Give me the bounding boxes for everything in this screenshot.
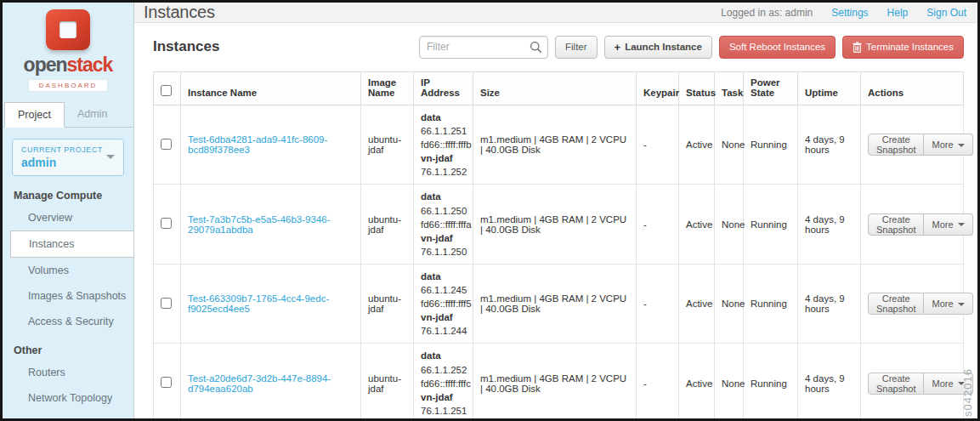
table-row: Test-6dba4281-ada9-41fc-8609-bcd89f378ee…: [154, 105, 964, 185]
launch-instance-label: Launch Instance: [625, 42, 702, 52]
image-name-cell: ubuntu-jdaf: [361, 344, 414, 421]
instance-name-cell: Test-6dba4281-ada9-41fc-8609-bcd89f378ee…: [181, 105, 361, 185]
uptime-cell: 4 days, 9 hours: [798, 185, 861, 264]
sidebar-item-routers[interactable]: Routers: [3, 360, 133, 385]
tab-admin[interactable]: Admin: [65, 102, 120, 127]
sign-out-link[interactable]: Sign Out: [926, 7, 966, 19]
row-actions-group: Create Snapshot More: [868, 373, 973, 395]
ip-v4-1: 66.1.1.250: [421, 204, 466, 218]
row-actions-group: Create Snapshot More: [868, 213, 973, 236]
col-keypair: Keypair: [637, 72, 679, 105]
row-checkbox[interactable]: [161, 377, 172, 388]
network-2-name: vn-jdaf: [421, 390, 466, 404]
create-snapshot-button[interactable]: Create Snapshot: [868, 213, 924, 236]
actions-cell: Create Snapshot More: [861, 185, 964, 264]
filter-button[interactable]: Filter: [555, 36, 598, 59]
ip-v6: fd66::ffff:fff5: [421, 297, 466, 310]
col-instance-name: Instance Name: [181, 72, 361, 105]
ip-v6: fd66::ffff:fffc: [421, 377, 466, 390]
sidebar-item-overview[interactable]: Overview: [3, 205, 133, 230]
soft-reboot-instances-button[interactable]: Soft Reboot Instances: [719, 36, 836, 59]
uptime-cell: 4 days, 9 hours: [798, 105, 861, 185]
network-1-name: data: [421, 190, 466, 203]
launch-instance-button[interactable]: +Launch Instance: [604, 36, 712, 59]
instance-name-link[interactable]: Test-6dba4281-ada9-41fc-8609-bcd89f378ee…: [188, 134, 327, 155]
sidebar-item-volumes[interactable]: Volumes: [3, 258, 133, 283]
table-row: Test-a20de6d7-3d2b-447e-8894-d794eaa620a…: [154, 344, 964, 421]
ip-address-cell: data 66.1.1.252 fd66::ffff:fffc vn-jdaf …: [414, 344, 473, 421]
more-label: More: [932, 139, 953, 150]
openstack-logo: openstack DASHBOARD: [3, 3, 133, 92]
instance-name-link[interactable]: Test-663309b7-1765-4cc4-9edc-f9025ecd4ee…: [188, 293, 329, 314]
status-cell: Active: [679, 344, 715, 421]
instance-name-link[interactable]: Test-7a3b7c5b-e5a5-46b3-9346-29079a1abdb…: [188, 214, 331, 235]
sidebar-tabs: Project Admin: [3, 102, 133, 128]
ip-v4-1: 66.1.1.252: [421, 363, 466, 377]
terminate-instances-label: Terminate Instances: [866, 42, 954, 52]
keypair-cell: -: [637, 185, 679, 264]
sidebar: openstack DASHBOARD Project Admin CURREN…: [3, 3, 134, 418]
create-snapshot-button[interactable]: Create Snapshot: [868, 134, 924, 156]
watermark: s042016: [961, 368, 974, 417]
sidebar-item-network-topology[interactable]: Network Topology: [3, 385, 133, 411]
more-label: More: [932, 219, 953, 230]
actions-cell: Create Snapshot More: [861, 105, 964, 185]
actions-cell: Create Snapshot More: [861, 344, 964, 421]
ip-v4-2: 76.1.1.244: [421, 324, 466, 338]
content-panel: Instances Filter +Launch Instance Soft R…: [134, 23, 978, 421]
keypair-cell: -: [637, 105, 679, 185]
power-state-cell: Running: [744, 344, 798, 421]
filter-field-wrap: [419, 36, 548, 59]
create-snapshot-button[interactable]: Create Snapshot: [868, 293, 924, 315]
create-snapshot-button[interactable]: Create Snapshot: [868, 373, 924, 395]
row-checkbox[interactable]: [161, 139, 172, 150]
search-icon: [530, 41, 542, 54]
network-2-name: vn-jdaf: [421, 310, 466, 324]
power-state-cell: Running: [744, 264, 798, 343]
status-cell: Active: [679, 264, 715, 343]
sidebar-item-load-balancers[interactable]: Load Balancers: [3, 411, 133, 421]
table-header-row: Instance Name Image Name IP Address Size…: [154, 72, 964, 105]
row-checkbox[interactable]: [161, 218, 172, 229]
current-project-selector[interactable]: CURRENT PROJECT admin: [12, 139, 124, 176]
image-name-cell: ubuntu-jdaf: [361, 185, 414, 264]
instance-name-cell: Test-663309b7-1765-4cc4-9edc-f9025ecd4ee…: [181, 264, 361, 343]
uptime-cell: 4 days, 9 hours: [798, 344, 861, 421]
section-manage-compute: Manage Compute: [3, 179, 133, 205]
ip-v4-2: 76.1.1.251: [421, 404, 466, 418]
logged-in-as: Logged in as: admin: [721, 7, 813, 19]
power-state-cell: Running: [744, 185, 798, 264]
ip-address-cell: data 66.1.1.251 fd66::ffff:fffb vn-jdaf …: [414, 105, 473, 185]
instances-toolbar: Instances Filter +Launch Instance Soft R…: [153, 33, 964, 60]
caret-down-icon: [958, 303, 965, 306]
col-actions: Actions: [861, 72, 964, 105]
status-cell: Active: [679, 185, 715, 264]
actions-cell: Create Snapshot More: [861, 264, 964, 343]
status-cell: Active: [679, 105, 715, 185]
tab-project[interactable]: Project: [4, 102, 65, 128]
instance-name-cell: Test-a20de6d7-3d2b-447e-8894-d794eaa620a…: [181, 344, 361, 421]
page-title: Instances: [144, 3, 215, 22]
more-label: More: [932, 299, 953, 309]
app-window: openstack DASHBOARD Project Admin CURREN…: [0, 0, 980, 421]
main-area: Instances Logged in as: admin Settings H…: [134, 3, 978, 418]
more-actions-button[interactable]: More: [924, 293, 972, 315]
row-actions-group: Create Snapshot More: [868, 134, 973, 156]
more-label: More: [932, 378, 953, 389]
ip-v4-1: 66.1.1.251: [421, 124, 466, 138]
more-actions-button[interactable]: More: [924, 134, 972, 156]
wordmark-open: open: [24, 54, 67, 76]
sidebar-item-access-security[interactable]: Access & Security: [3, 309, 133, 334]
more-actions-button[interactable]: More: [924, 213, 972, 236]
instances-table: Instance Name Image Name IP Address Size…: [153, 71, 964, 421]
sidebar-item-instances[interactable]: Instances: [10, 230, 133, 258]
row-checkbox[interactable]: [161, 298, 172, 309]
instance-name-link[interactable]: Test-a20de6d7-3d2b-447e-8894-d794eaa620a…: [188, 373, 331, 394]
table-row: Test-7a3b7c5b-e5a5-46b3-9346-29079a1abdb…: [154, 185, 964, 264]
select-all-checkbox[interactable]: [161, 85, 172, 96]
caret-down-icon: [958, 223, 965, 226]
sidebar-item-images-snapshots[interactable]: Images & Snapshots: [3, 283, 133, 309]
settings-link[interactable]: Settings: [831, 7, 868, 19]
help-link[interactable]: Help: [887, 7, 909, 19]
terminate-instances-button[interactable]: Terminate Instances: [842, 36, 964, 59]
